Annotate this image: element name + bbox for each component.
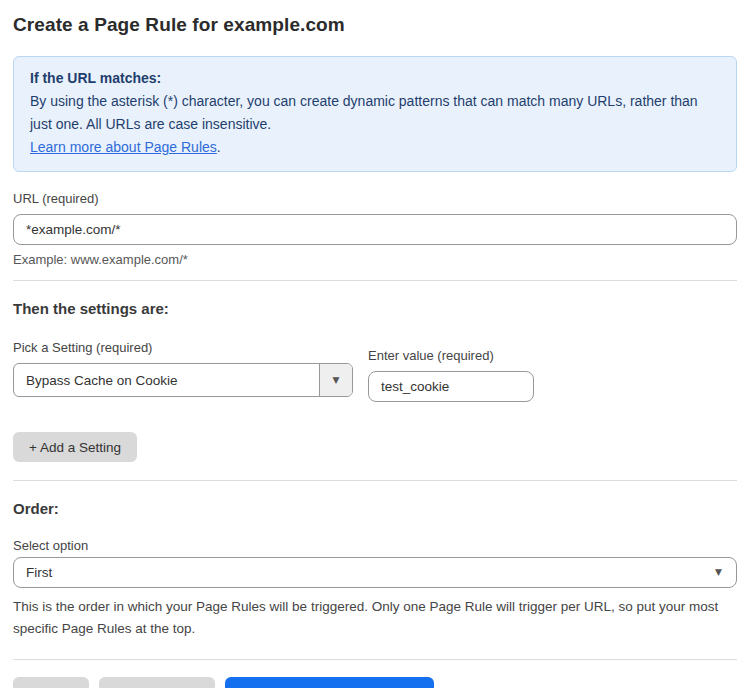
divider: [13, 480, 737, 481]
setting-value-column: Enter value (required): [368, 348, 534, 402]
pick-setting-label: Pick a Setting (required): [13, 340, 353, 355]
add-setting-button[interactable]: + Add a Setting: [13, 432, 137, 462]
page-title: Create a Page Rule for example.com: [13, 14, 737, 36]
url-match-info-box: If the URL matches: By using the asteris…: [13, 56, 737, 172]
setting-dropdown-value: Bypass Cache on Cookie: [14, 364, 319, 396]
learn-more-link[interactable]: Learn more about Page Rules: [30, 139, 217, 155]
url-input[interactable]: [13, 214, 737, 245]
footer-buttons: Cancel Save as Draft Save and Deploy Pag…: [13, 677, 737, 688]
settings-section-heading: Then the settings are:: [13, 300, 737, 317]
save-as-draft-button[interactable]: Save as Draft: [99, 677, 215, 688]
info-box-body: By using the asterisk (*) character, you…: [30, 90, 720, 136]
order-help-text: This is the order in which your Page Rul…: [13, 596, 737, 640]
divider: [13, 659, 737, 660]
settings-row: Pick a Setting (required) Bypass Cache o…: [13, 340, 737, 402]
cancel-button[interactable]: Cancel: [13, 677, 89, 688]
setting-picker-column: Pick a Setting (required) Bypass Cache o…: [13, 340, 353, 397]
divider: [13, 280, 737, 281]
info-box-link-line: Learn more about Page Rules.: [30, 136, 720, 159]
chevron-down-icon: ▼: [715, 568, 722, 577]
setting-value-input[interactable]: [368, 371, 534, 402]
order-select[interactable]: First ▼: [13, 557, 737, 588]
enter-value-label: Enter value (required): [368, 348, 534, 363]
url-label: URL (required): [13, 191, 737, 206]
setting-dropdown[interactable]: Bypass Cache on Cookie ▼: [13, 363, 353, 397]
save-and-deploy-button[interactable]: Save and Deploy Page Rule: [225, 677, 435, 688]
order-select-value: First: [26, 565, 715, 580]
setting-dropdown-arrow-button[interactable]: ▼: [319, 364, 352, 396]
select-option-label: Select option: [13, 538, 737, 553]
url-example-text: Example: www.example.com/*: [13, 252, 737, 267]
info-box-heading: If the URL matches:: [30, 67, 720, 90]
order-section-heading: Order:: [13, 500, 737, 517]
link-suffix: .: [217, 139, 221, 155]
chevron-down-icon: ▼: [333, 376, 340, 385]
create-page-rule-form: Create a Page Rule for example.com If th…: [0, 0, 750, 688]
